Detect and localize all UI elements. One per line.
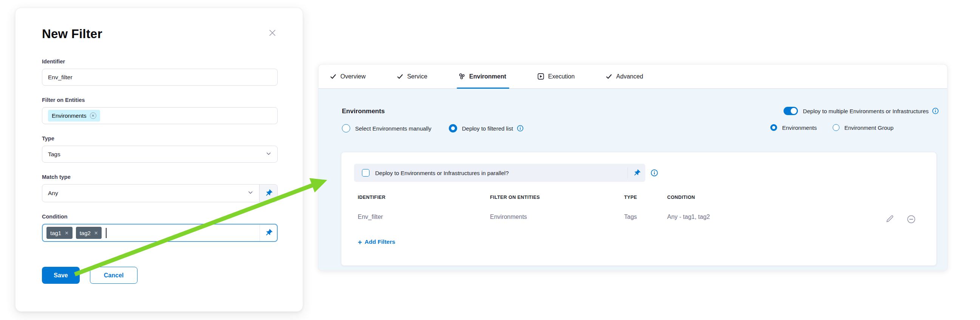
info-icon[interactable] <box>517 125 523 132</box>
match-type-select[interactable]: Any <box>42 185 259 202</box>
pin-icon[interactable] <box>259 185 277 202</box>
pin-icon[interactable] <box>628 164 645 182</box>
chevron-down-icon <box>247 189 253 197</box>
column-header-type: TYPE <box>624 195 637 200</box>
environments-heading: Environments <box>342 108 385 115</box>
environment-icon <box>458 73 465 80</box>
save-button[interactable]: Save <box>42 267 80 284</box>
column-header-identifier: IDENTIFIER <box>358 195 385 200</box>
radio-icon[interactable] <box>770 124 777 131</box>
environment-target-radios: Environments Environment Group <box>770 124 894 131</box>
stage-tabbar: Overview Service Environment Execution A… <box>318 65 947 89</box>
identifier-value: Env_filter <box>48 74 73 81</box>
tab-overview[interactable]: Overview <box>330 65 366 88</box>
deploy-parallel-label: Deploy to Environments or Infrastructure… <box>375 170 509 176</box>
pipeline-stage-panel: Overview Service Environment Execution A… <box>318 64 948 271</box>
radio-deploy-to-filtered-list[interactable]: Deploy to filtered list <box>449 124 523 133</box>
filter-on-entities-label: Filter on Entities <box>42 96 278 104</box>
info-icon[interactable] <box>651 169 658 178</box>
condition-chip-label: tag1 <box>50 230 61 236</box>
chevron-down-icon <box>266 150 272 158</box>
radio-icon[interactable] <box>449 124 457 133</box>
deploy-multiple-label: Deploy to multiple Environments or Infra… <box>803 108 929 114</box>
new-filter-modal: New Filter Identifier Env_filter Filter … <box>15 8 303 312</box>
tab-service[interactable]: Service <box>397 65 427 88</box>
filter-on-entities-input[interactable]: Environments ✕ <box>42 107 278 124</box>
radio-icon[interactable] <box>342 124 350 133</box>
identifier-input[interactable]: Env_filter <box>42 69 278 86</box>
column-header-filter-on-entities: FILTER ON ENTITIES <box>490 195 540 200</box>
tab-advanced[interactable]: Advanced <box>606 65 643 88</box>
close-icon[interactable] <box>267 27 278 38</box>
radio-environments[interactable]: Environments <box>770 124 817 131</box>
info-icon[interactable] <box>932 108 939 114</box>
type-label: Type <box>42 135 278 142</box>
table-row-filter-on-entities: Environments <box>490 214 527 220</box>
deploy-parallel-checkbox[interactable] <box>362 169 369 177</box>
condition-chip[interactable]: tag1 ✕ <box>46 227 73 239</box>
column-header-condition: CONDITION <box>667 195 695 200</box>
condition-field: tag1 ✕ tag2 ✕ <box>42 224 278 242</box>
radio-icon[interactable] <box>833 124 840 131</box>
add-filters-button[interactable]: + Add Filters <box>358 239 395 245</box>
execution-icon <box>537 73 544 80</box>
condition-input[interactable]: tag1 ✕ tag2 ✕ <box>43 225 259 241</box>
pin-icon[interactable] <box>259 225 277 241</box>
plus-icon: + <box>358 239 362 245</box>
match-type-field: Any <box>42 184 278 202</box>
text-cursor <box>106 228 107 238</box>
entity-chip-label: Environments <box>52 112 86 119</box>
tab-execution[interactable]: Execution <box>537 65 574 88</box>
deploy-multiple-toggle-row: Deploy to multiple Environments or Infra… <box>784 107 939 115</box>
condition-chip[interactable]: tag2 ✕ <box>76 227 102 239</box>
match-type-value: Any <box>48 190 58 196</box>
type-value: Tags <box>48 151 60 158</box>
check-icon <box>606 73 612 80</box>
cancel-button[interactable]: Cancel <box>90 267 137 284</box>
deploy-multiple-toggle[interactable] <box>784 107 798 115</box>
chip-remove-icon[interactable]: ✕ <box>90 112 96 119</box>
chip-remove-icon[interactable]: ✕ <box>94 230 98 236</box>
tab-environment[interactable]: Environment <box>458 65 506 88</box>
edit-filter-icon[interactable] <box>886 215 894 225</box>
radio-select-environments-manually[interactable]: Select Environments manually <box>342 124 431 133</box>
identifier-label: Identifier <box>42 58 278 65</box>
remove-filter-icon[interactable] <box>907 215 916 225</box>
table-row-type: Tags <box>624 214 637 220</box>
entity-chip[interactable]: Environments ✕ <box>48 110 100 122</box>
check-icon <box>397 73 404 80</box>
deploy-parallel-bar: Deploy to Environments or Infrastructure… <box>354 164 645 182</box>
radio-environment-group[interactable]: Environment Group <box>833 124 894 131</box>
chip-remove-icon[interactable]: ✕ <box>65 230 68 236</box>
type-select[interactable]: Tags <box>42 146 278 163</box>
environment-tab-content: Environments Select Environments manuall… <box>318 89 947 271</box>
modal-title: New Filter <box>42 27 102 41</box>
condition-label: Condition <box>42 213 278 220</box>
match-type-label: Match type <box>42 173 278 181</box>
table-row-condition: Any - tag1, tag2 <box>667 214 710 220</box>
check-icon <box>330 73 337 80</box>
table-row-identifier: Env_filter <box>358 214 383 220</box>
toggle-knob <box>791 108 797 114</box>
filtered-list-card: Deploy to Environments or Infrastructure… <box>341 152 937 266</box>
condition-chip-label: tag2 <box>80 230 91 236</box>
